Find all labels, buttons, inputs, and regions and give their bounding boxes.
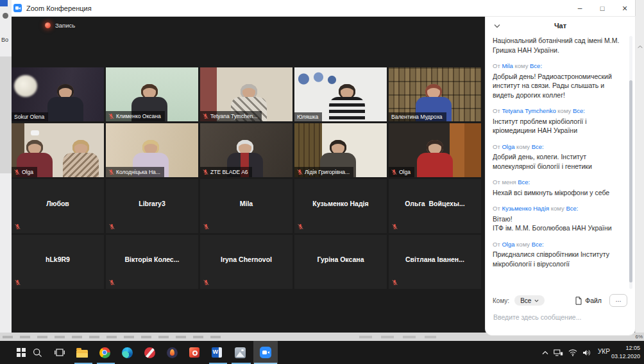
system-tray [539, 341, 593, 364]
background-app-icon [0, 0, 8, 6]
clock[interactable]: 12:05 03.12.2020 [611, 344, 640, 361]
participant-tile[interactable]: Лідія Григорівна... [294, 123, 387, 177]
edge-button[interactable] [120, 345, 134, 360]
participant-tile[interactable]: hLk9R9 [12, 235, 104, 289]
word-icon [212, 347, 222, 358]
wifi-icon[interactable] [568, 349, 577, 356]
participant-tile[interactable]: Ольга Войцехы... [389, 179, 481, 233]
sender-name: Olga [502, 143, 514, 150]
chat-message: От меня Все: Нехай всі вимкнуть мікрофон… [493, 178, 623, 197]
zoom-taskbar-button[interactable] [258, 345, 273, 360]
ccleaner-button[interactable] [142, 345, 157, 360]
search-button[interactable] [30, 345, 44, 360]
close-button[interactable] [621, 3, 629, 13]
office-button[interactable] [187, 345, 201, 360]
participant-tile[interactable]: Library3 [106, 179, 198, 233]
recipient-name: Все: [573, 107, 585, 114]
background-gray-area [0, 56, 12, 173]
chevron-down-icon[interactable] [494, 24, 500, 28]
language-indicator[interactable]: УКР [598, 348, 610, 355]
participant-tile[interactable]: Кузьменко Надія [294, 179, 387, 233]
recipient-dropdown[interactable]: Все [514, 295, 545, 306]
ccleaner-icon [144, 347, 155, 358]
screen: Во 6% Zoom Конференция Запись Sokur Olen… [0, 0, 644, 364]
chat-title: Чат [554, 22, 566, 30]
word-button[interactable] [210, 345, 224, 360]
zoom-app-icon [13, 4, 22, 12]
participant-tile[interactable]: Вікторія Колес... [106, 235, 198, 289]
muted-mic-icon [392, 223, 398, 230]
maximize-button[interactable] [598, 4, 606, 13]
window-title: Zoom Конференция [26, 4, 92, 12]
participant-tile[interactable]: Любов [12, 179, 104, 233]
scrollbar-thumb[interactable] [629, 80, 632, 282]
collapse-arrow-icon [638, 45, 643, 49]
participant-name: Світлана Іванен... [389, 256, 481, 263]
participant-tile[interactable]: Гуріна Оксана [294, 235, 387, 289]
muted-mic-icon [203, 113, 208, 119]
more-options-button[interactable]: ... [609, 294, 627, 307]
chat-scrollbar[interactable] [629, 36, 632, 289]
muted-mic-icon [108, 113, 114, 119]
file-icon [575, 297, 582, 305]
sender-name: меня [502, 178, 516, 186]
chat-message: От Olga кому Все: Добрий день, колеги. І… [493, 143, 623, 171]
chrome-icon [99, 347, 110, 358]
chat-message-header: От Mila кому Все: [493, 62, 623, 71]
chat-message-input[interactable]: Введите здесь сообщение... [493, 313, 581, 321]
task-view-button[interactable] [53, 345, 67, 360]
background-window-right-edge [635, 0, 644, 333]
flame-browser-button[interactable] [165, 345, 179, 360]
participant-tile[interactable]: Колодніцька На... [106, 123, 198, 177]
window-title-bar: Zoom Конференция [12, 0, 635, 17]
participant-tile[interactable]: Світлана Іванен... [389, 235, 481, 289]
search-icon [33, 348, 42, 358]
recording-dot-icon [45, 22, 51, 28]
participant-name-label: Валентина Мудроха [389, 112, 446, 122]
chrome-button[interactable] [97, 345, 112, 360]
chat-message: От Кузьменко Надія кому Все: Вітаю! ІТФ … [493, 204, 623, 233]
participant-tile[interactable]: Iryna Chernovol [200, 235, 292, 289]
participant-tile[interactable]: Sokur Olena [12, 67, 104, 121]
network-icon[interactable] [554, 349, 563, 356]
participant-tile[interactable]: Tetyana Tymchen... [200, 67, 292, 121]
chat-message-header: От меня Все: [493, 178, 623, 187]
chat-message-header: От Кузьменко Надія кому Все: [493, 204, 623, 214]
windows-taskbar: УКР 12:05 03.12.2020 [0, 341, 644, 364]
participant-name-label: Клименко Оксана [106, 111, 165, 121]
participant-tile[interactable]: Olga [389, 123, 481, 177]
time: 12:05 [611, 344, 640, 352]
photos-button[interactable] [233, 345, 247, 360]
status-bar-zoom-percent: 6% [635, 334, 643, 340]
chat-message-header: От Olga кому Все: [493, 143, 623, 152]
participant-tile[interactable]: Клименко Оксана [106, 67, 198, 121]
muted-mic-icon [108, 169, 114, 175]
chat-message-header: От Olga кому Все: [493, 240, 623, 250]
participant-tile-active-speaker[interactable]: Валентина Мудроха [389, 67, 481, 121]
muted-mic-icon [15, 223, 21, 230]
date: 03.12.2020 [611, 352, 640, 361]
participant-name: Library3 [106, 200, 198, 207]
tray-chevron-up-icon[interactable] [542, 351, 548, 355]
participant-name: Ольга Войцехы... [389, 200, 481, 207]
muted-mic-icon [109, 223, 115, 230]
participant-name-label: Sokur Olena [12, 112, 48, 122]
start-button[interactable] [14, 345, 28, 360]
file-explorer-button[interactable] [75, 345, 89, 360]
chevron-down-icon [534, 299, 539, 302]
status-bar-text-blur [359, 336, 436, 338]
chat-panel: Чат Національний ботанічний сад імені М.… [486, 17, 635, 335]
file-button[interactable]: Файл [575, 297, 602, 305]
participant-tile[interactable]: Olga [12, 123, 104, 177]
muted-mic-icon [203, 223, 209, 230]
recipient-name: Все: [566, 205, 578, 212]
participant-tile[interactable]: ZTE BLADE A6 [200, 123, 292, 177]
participant-tile[interactable]: Mila [200, 179, 292, 233]
participant-name: Любов [12, 200, 104, 207]
photos-icon [235, 347, 246, 358]
participant-tile[interactable]: Юляшка [294, 67, 387, 121]
minimize-button[interactable] [576, 4, 584, 13]
volume-icon[interactable] [582, 349, 591, 356]
task-view-icon [55, 348, 65, 357]
participant-name-label: Tetyana Tymchen... [200, 111, 262, 121]
